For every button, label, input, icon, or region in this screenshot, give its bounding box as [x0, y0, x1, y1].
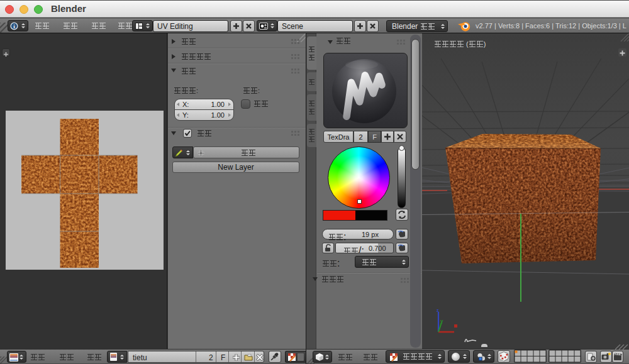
- svg-text:y: y: [440, 318, 443, 324]
- svg-text:z: z: [437, 308, 439, 312]
